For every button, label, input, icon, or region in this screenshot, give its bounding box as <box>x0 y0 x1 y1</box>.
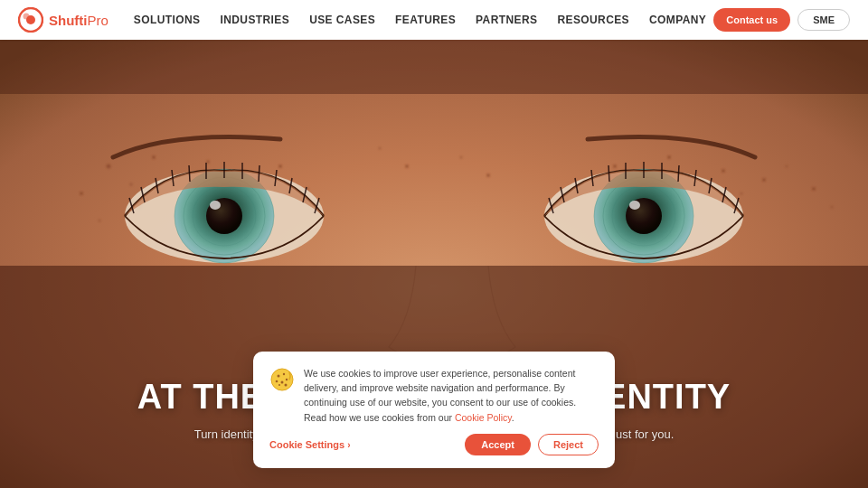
svg-line-36 <box>172 170 174 186</box>
svg-point-75 <box>281 380 284 383</box>
svg-point-25 <box>486 174 490 177</box>
svg-point-76 <box>286 379 288 380</box>
svg-point-77 <box>285 383 288 386</box>
svg-point-74 <box>276 380 278 383</box>
svg-point-7 <box>99 220 101 222</box>
reject-button[interactable]: Reject <box>538 434 599 455</box>
logo-icon <box>18 7 43 33</box>
svg-point-16 <box>722 169 725 173</box>
svg-point-70 <box>24 14 30 20</box>
svg-line-63 <box>709 178 712 193</box>
svg-line-54 <box>561 187 564 202</box>
svg-point-13 <box>640 183 644 186</box>
sme-button[interactable]: SME <box>797 9 850 31</box>
svg-line-61 <box>678 165 679 182</box>
svg-point-9 <box>234 174 237 177</box>
nav-actions: Contact us SME <box>713 8 850 32</box>
svg-line-37 <box>189 165 190 182</box>
svg-point-32 <box>210 201 221 210</box>
svg-point-1 <box>107 164 111 169</box>
svg-point-11 <box>307 188 309 191</box>
svg-point-28 <box>175 169 274 263</box>
cookie-bottom: Cookie Settings › Accept Reject <box>269 434 599 455</box>
svg-point-72 <box>278 374 280 377</box>
svg-point-14 <box>667 155 671 159</box>
svg-rect-66 <box>0 40 868 94</box>
svg-point-51 <box>626 198 662 234</box>
svg-line-45 <box>315 198 319 213</box>
svg-line-35 <box>156 178 158 193</box>
svg-line-33 <box>129 198 134 213</box>
svg-line-57 <box>609 165 609 182</box>
svg-point-2 <box>129 183 133 186</box>
svg-point-19 <box>786 165 788 168</box>
navbar: ShuftiPro SOLUTIONS INDUSTRIES USE CASES… <box>0 0 868 40</box>
svg-point-18 <box>762 178 766 182</box>
svg-line-43 <box>289 178 292 193</box>
svg-line-64 <box>722 187 726 202</box>
nav-industries[interactable]: INDUSTRIES <box>220 14 289 26</box>
svg-point-4 <box>180 179 183 182</box>
svg-point-21 <box>831 206 834 209</box>
logo-text: ShuftiPro <box>49 13 108 28</box>
svg-point-20 <box>812 187 816 191</box>
logo[interactable]: ShuftiPro <box>18 7 108 33</box>
nav-use-cases[interactable]: USE CASES <box>309 14 375 26</box>
svg-point-10 <box>278 164 282 168</box>
accept-button[interactable]: Accept <box>465 434 531 455</box>
cookie-top: We use cookies to improve user experienc… <box>269 366 599 425</box>
svg-point-15 <box>686 179 689 182</box>
svg-point-52 <box>629 201 640 210</box>
svg-line-56 <box>591 170 593 186</box>
svg-line-53 <box>549 198 553 213</box>
nav-solutions[interactable]: SOLUTIONS <box>134 14 201 26</box>
svg-point-49 <box>603 177 684 255</box>
svg-point-50 <box>612 186 675 246</box>
svg-point-78 <box>278 384 280 386</box>
svg-point-26 <box>125 169 324 263</box>
svg-point-24 <box>460 156 463 159</box>
svg-point-5 <box>80 192 83 195</box>
svg-line-44 <box>303 187 307 202</box>
svg-point-3 <box>152 155 156 159</box>
svg-point-31 <box>206 198 242 234</box>
cookie-policy-link[interactable]: Cookie Policy <box>455 412 512 423</box>
nav-resources[interactable]: RESOURCES <box>557 14 629 26</box>
svg-point-23 <box>405 164 409 168</box>
svg-line-42 <box>275 170 277 186</box>
cookie-message: We use cookies to improve user experienc… <box>304 366 599 425</box>
svg-line-34 <box>141 187 145 202</box>
svg-point-8 <box>138 205 142 209</box>
svg-line-41 <box>259 165 259 182</box>
svg-line-65 <box>734 198 739 213</box>
cookie-icon <box>269 367 295 392</box>
nav-company[interactable]: COMPANY <box>649 14 706 26</box>
svg-point-17 <box>741 192 743 195</box>
nav-links: SOLUTIONS INDUSTRIES USE CASES FEATURES … <box>134 14 713 26</box>
nav-features[interactable]: FEATURES <box>395 14 456 26</box>
svg-point-47 <box>594 169 693 263</box>
svg-point-29 <box>184 177 265 255</box>
svg-point-27 <box>175 169 274 263</box>
svg-point-6 <box>206 160 210 164</box>
cookie-banner: We use cookies to improve user experienc… <box>253 352 615 468</box>
svg-point-30 <box>193 186 256 246</box>
svg-point-46 <box>544 169 743 263</box>
contact-button[interactable]: Contact us <box>713 8 790 32</box>
chevron-right-icon: › <box>347 440 350 450</box>
svg-point-22 <box>379 147 382 150</box>
nav-partners[interactable]: PARTNERS <box>476 14 537 26</box>
cookie-buttons: Accept Reject <box>465 434 599 455</box>
svg-line-62 <box>694 170 696 186</box>
svg-point-12 <box>613 164 617 168</box>
cookie-settings-link[interactable]: Cookie Settings › <box>269 439 350 450</box>
svg-point-48 <box>594 169 693 263</box>
svg-line-55 <box>575 178 578 193</box>
svg-point-73 <box>283 373 285 375</box>
